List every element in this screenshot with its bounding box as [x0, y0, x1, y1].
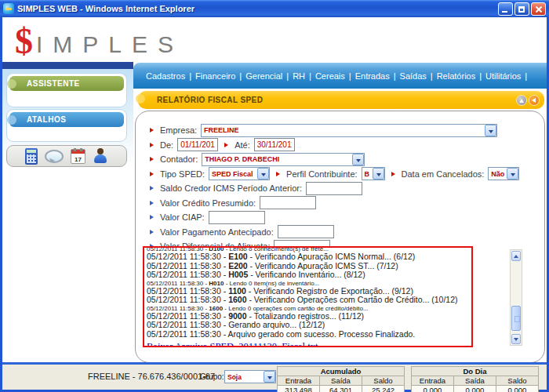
ate-input[interactable]: [254, 138, 295, 151]
menu-item-gerencial[interactable]: Gerencial: [245, 71, 282, 81]
cancelados-select[interactable]: Não: [488, 167, 519, 180]
log-entry: 05/12/2011 11:58:30 - H005 - Verificando…: [147, 270, 469, 280]
scrollbar-up-button[interactable]: [511, 251, 521, 261]
tipo-sped-label: Tipo SPED:: [160, 169, 205, 179]
menu-separator: |: [394, 71, 396, 81]
sidebar-item-assistente[interactable]: ASSISTENTE: [9, 76, 124, 91]
menu-separator: |: [349, 71, 351, 81]
saldo-credor-label: Saldo Credor ICMS Período Anterior:: [160, 183, 302, 193]
form-row-contador: Contador: THIAGO P. DRABECHI: [148, 153, 544, 165]
grupo-select[interactable]: Soja: [224, 370, 276, 383]
acumulado-saldo-value: 25,242: [362, 386, 405, 392]
menu-item-relatorios[interactable]: Relatórios: [437, 71, 476, 81]
dodia-entrada-value: 0,000: [412, 386, 454, 392]
acumulado-title: Acumulado: [278, 367, 405, 376]
perfil-value: B: [362, 170, 373, 178]
log-scrollbar[interactable]: [510, 249, 522, 346]
valor-credito-label: Valor Crédito Presumido:: [160, 198, 256, 208]
sidebar-top-strip: [2, 62, 133, 69]
download-sped-link[interactable]: Baixar Arquivo SPED_20111130_Fiscal.txt: [147, 341, 318, 347]
minimize-icon: [502, 11, 507, 13]
saldo-credor-input[interactable]: [306, 182, 362, 195]
calendar-icon[interactable]: 17: [71, 149, 85, 164]
maximize-button[interactable]: [514, 2, 529, 16]
main-menu: Cadastros| Financeiro| Gerencial| RH| Ce…: [133, 63, 547, 89]
valor-credito-input[interactable]: [260, 196, 316, 209]
user-icon[interactable]: [93, 148, 108, 164]
bullet-arrow-icon: [150, 172, 156, 176]
dropdown-arrow-icon: [264, 371, 275, 383]
assistente-label: ASSISTENTE: [27, 79, 80, 88]
dropdown-arrow-icon: [485, 125, 496, 136]
column-header: Entrada: [278, 376, 320, 386]
close-button[interactable]: [531, 2, 546, 16]
sidebar-item-atalhos[interactable]: ATALHOS: [9, 112, 124, 127]
logo-dollar-sign: $: [15, 26, 33, 57]
bullet-arrow-icon: [150, 230, 156, 234]
tipo-sped-select[interactable]: SPED Fiscal: [209, 167, 270, 180]
menu-item-cereais[interactable]: Cereais: [315, 71, 345, 81]
bullet-icon: [136, 94, 145, 103]
scrollbar-down-button[interactable]: [511, 334, 521, 344]
bullet-arrow-icon: [276, 172, 282, 176]
report-panel: Empresa: FREELINE De: Até: Contador: THI…: [135, 111, 545, 363]
log-entry: 05/12/2011 11:58:30 - Arquivo gerado com…: [147, 330, 469, 339]
contador-label: Contador:: [160, 154, 198, 164]
minimize-button[interactable]: [498, 2, 513, 16]
menu-item-rh[interactable]: RH: [293, 71, 305, 81]
column-header: Saída: [320, 376, 362, 386]
form-row-valor-pagamento: Valor Pagamento Antecipado:: [148, 226, 544, 238]
acumulado-table: Acumulado Entrada Saída Saldo 313,498 64…: [277, 366, 405, 392]
window-title: SIMPLES WEB - Windows Internet Explorer: [17, 4, 498, 13]
scroll-top-button[interactable]: [516, 95, 527, 106]
sidebar-toolbar: 17: [6, 145, 127, 167]
browser-window: SIMPLES WEB - Windows Internet Explorer …: [0, 0, 549, 392]
back-button[interactable]: [529, 95, 540, 106]
title-bar[interactable]: SIMPLES WEB - Windows Internet Explorer: [0, 0, 549, 17]
assistente-panel: ASSISTENTE: [6, 73, 127, 107]
valor-ciap-label: Valor CIAP:: [160, 212, 205, 222]
column-header: Entrada: [412, 376, 454, 386]
page-title: RELATÓRIO FISCAL SPED: [157, 96, 514, 104]
process-log: 05/12/2011 11:58:30 - D100 - Lendo o con…: [143, 246, 473, 347]
chat-bubble-icon[interactable]: [45, 150, 64, 163]
form-row-valor-ciap: Valor CIAP:: [148, 211, 544, 223]
bullet-arrow-icon: [150, 143, 156, 147]
bullet-arrow-icon: [224, 143, 231, 147]
perfil-select[interactable]: B: [362, 167, 385, 180]
valor-ciap-input[interactable]: [209, 211, 265, 224]
ate-label: Até:: [235, 140, 250, 150]
form-row-saldo-credor: Saldo Credor ICMS Período Anterior:: [148, 182, 544, 194]
grupo-value: Soja: [225, 373, 264, 381]
dodia-saldo-value: 0,000: [496, 386, 539, 392]
down-arrow-icon: [514, 338, 518, 341]
bullet-icon: [7, 115, 16, 125]
menu-separator: |: [189, 71, 191, 81]
menu-item-saidas[interactable]: Saídas: [400, 71, 427, 81]
valor-pagamento-input[interactable]: [278, 225, 334, 238]
menu-item-financeiro[interactable]: Financeiro: [195, 71, 235, 81]
de-input[interactable]: [177, 138, 218, 151]
bullet-arrow-icon: [150, 128, 156, 132]
contador-select[interactable]: THIAGO P. DRABECHI: [202, 153, 365, 166]
bullet-arrow-icon: [150, 201, 156, 205]
bullet-arrow-icon: [391, 172, 398, 176]
logo-text: IMPLES: [36, 32, 184, 57]
form-row-empresa: Empresa: FREELINE: [148, 124, 544, 136]
atalhos-label: ATALHOS: [27, 115, 66, 124]
menu-separator: |: [239, 71, 242, 81]
menu-separator: |: [309, 71, 311, 81]
window-controls: [498, 2, 546, 16]
menu-item-cadastros[interactable]: Cadastros: [146, 71, 185, 81]
de-label: De:: [160, 140, 173, 150]
dodia-table: Do Dia Entrada Saída Saldo 0,000 0,000 0…: [411, 366, 539, 392]
maximize-icon: [518, 6, 525, 13]
empresa-value: FREELINE: [202, 126, 485, 134]
menu-item-entradas[interactable]: Entradas: [355, 71, 390, 81]
perfil-label: Perfil Contribuinte:: [286, 169, 358, 179]
menu-item-utilitarios[interactable]: Utilitários: [485, 71, 521, 81]
empresa-select[interactable]: FREELINE: [201, 124, 497, 137]
acumulado-entrada-value: 313,498: [278, 386, 320, 392]
scrollbar-thumb[interactable]: [511, 306, 521, 331]
calculator-icon[interactable]: [25, 148, 38, 165]
